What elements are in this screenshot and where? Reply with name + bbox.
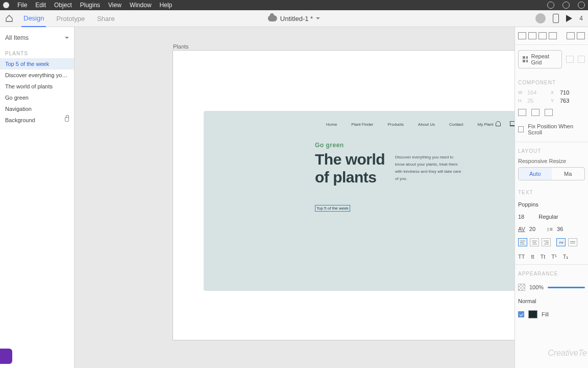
menu-file[interactable]: File <box>17 2 27 9</box>
mock-description: Discover everything you need to know abo… <box>395 154 461 182</box>
menu-object[interactable]: Object <box>54 2 72 9</box>
lowercase-button[interactable]: tt <box>531 254 534 260</box>
tray-icon[interactable] <box>578 2 585 9</box>
watermark: CreativeTe <box>548 349 587 358</box>
section-component: COMPONENT <box>515 74 588 88</box>
layer-item[interactable]: Go green <box>0 92 74 103</box>
layers-filter[interactable]: All Items <box>5 34 29 41</box>
dock-app-icon[interactable] <box>0 349 12 364</box>
opacity-value[interactable]: 100% <box>529 284 544 290</box>
text-align-left-icon[interactable] <box>518 238 527 246</box>
align-center-icon[interactable] <box>577 32 585 39</box>
section-appearance: APPEARANCE <box>515 264 588 280</box>
distribute-v-icon[interactable] <box>549 32 557 39</box>
mock-tagline: Go green <box>315 142 344 149</box>
menu-plugins[interactable]: Plugins <box>80 2 100 9</box>
text-point-icon[interactable]: ∾ <box>556 238 566 246</box>
boolean-icon[interactable] <box>566 56 573 63</box>
align-bottom-icon[interactable] <box>538 32 547 39</box>
align-top-icon[interactable] <box>518 32 526 39</box>
nav-link: Home <box>326 122 337 127</box>
resize-manual[interactable]: Ma <box>552 168 585 180</box>
mock-headline: The worldof plants <box>315 151 385 186</box>
fill-checkbox[interactable] <box>518 311 524 317</box>
y-input[interactable]: 763 <box>560 98 580 104</box>
fill-label: Fill <box>542 311 549 317</box>
layer-item[interactable]: Discover everything you n... <box>0 70 74 81</box>
play-icon[interactable] <box>566 15 572 22</box>
opacity-slider[interactable] <box>548 287 585 288</box>
leading-icon: ↕≡ <box>547 226 553 232</box>
device-preview-icon[interactable] <box>553 14 559 23</box>
layer-item[interactable]: Top 5 of the week <box>0 58 74 70</box>
artboard-label[interactable]: Plants <box>173 43 189 50</box>
menu-help[interactable]: Help <box>160 2 173 9</box>
tab-share[interactable]: Share <box>95 11 117 27</box>
menu-view[interactable]: View <box>108 2 121 9</box>
align-left-icon[interactable] <box>567 32 575 39</box>
titlecase-button[interactable]: Tt <box>541 254 546 260</box>
superscript-button[interactable]: T¹ <box>551 254 556 260</box>
chevron-down-icon[interactable] <box>316 17 320 21</box>
tracking-icon: AV <box>518 226 525 232</box>
section-text: TEXT <box>515 183 588 198</box>
chevron-down-icon[interactable] <box>65 37 69 41</box>
mockup-hero[interactable]: Home Plant Finder Products About Us Cont… <box>204 111 514 291</box>
flip-v-icon[interactable] <box>531 109 540 116</box>
tab-prototype[interactable]: Prototype <box>54 11 87 27</box>
tab-design[interactable]: Design <box>21 10 46 27</box>
height-input[interactable]: 25 <box>527 98 548 104</box>
resize-auto[interactable]: Auto <box>519 168 552 180</box>
rotate-icon[interactable] <box>545 109 553 116</box>
artboard[interactable]: Home Plant Finder Products About Us Cont… <box>173 51 514 340</box>
home-icon[interactable] <box>5 15 13 22</box>
layers-panel: All Items PLANTS Top 5 of the week Disco… <box>0 27 75 368</box>
tray-icon[interactable] <box>547 2 554 9</box>
menu-window[interactable]: Window <box>130 2 152 9</box>
blend-mode-select[interactable]: Normal <box>518 298 536 304</box>
avatar[interactable] <box>535 13 546 24</box>
inspector-panel: Repeat Grid COMPONENT W164X710 H25Y763 F… <box>514 27 588 368</box>
font-size-input[interactable]: 18 <box>518 214 524 220</box>
fix-position-label: Fix Position When Scroll <box>528 123 585 135</box>
selected-text-layer[interactable]: Top 5 of the week <box>315 205 350 212</box>
zoom-value[interactable]: 4 <box>579 15 583 22</box>
canvas[interactable]: Plants Home Plant Finder Products About … <box>75 27 514 368</box>
layer-item[interactable]: The world of plants <box>0 81 74 92</box>
menu-edit[interactable]: Edit <box>35 2 46 9</box>
repeat-grid-button[interactable]: Repeat Grid <box>518 50 562 68</box>
resize-mode-segmented[interactable]: AutoMa <box>518 167 585 180</box>
subscript-button[interactable]: T₁ <box>563 254 569 260</box>
align-tools <box>515 27 588 45</box>
lock-icon <box>65 117 69 122</box>
font-family-input[interactable]: Poppins <box>518 201 538 208</box>
x-input[interactable]: 710 <box>560 89 580 96</box>
fill-swatch[interactable] <box>528 310 537 318</box>
apple-icon <box>3 2 9 8</box>
layer-item[interactable]: Navigation <box>0 103 74 114</box>
leading-input[interactable]: 36 <box>557 226 563 232</box>
font-weight-select[interactable]: Regular <box>538 214 558 220</box>
layers-section-title: PLANTS <box>0 47 74 58</box>
nav-link: About Us <box>418 122 435 127</box>
text-align-center-icon[interactable] <box>530 238 539 246</box>
nav-link: My Plant <box>478 122 494 127</box>
width-input[interactable]: 164 <box>527 89 548 96</box>
align-middle-icon[interactable] <box>528 32 536 39</box>
mac-menubar: File Edit Object Plugins View Window Hel… <box>0 0 588 10</box>
document-title[interactable]: Untitled-1 * <box>280 15 313 22</box>
responsive-resize-label: Responsive Resize <box>515 157 588 164</box>
fix-position-checkbox[interactable] <box>518 126 524 132</box>
layer-item[interactable]: Background <box>0 114 74 126</box>
tray-icon[interactable] <box>562 2 570 9</box>
text-align-right-icon[interactable] <box>542 238 551 246</box>
text-area-icon[interactable] <box>568 238 577 246</box>
user-icon <box>496 121 501 126</box>
opacity-icon <box>518 284 525 291</box>
app-toolbar: Design Prototype Share Untitled-1 * 4 <box>0 10 588 27</box>
flip-h-icon[interactable] <box>518 109 526 116</box>
boolean-icon[interactable] <box>578 56 585 63</box>
tracking-input[interactable]: 20 <box>529 226 535 232</box>
nav-link: Contact <box>449 122 463 127</box>
uppercase-button[interactable]: TT <box>518 254 525 260</box>
